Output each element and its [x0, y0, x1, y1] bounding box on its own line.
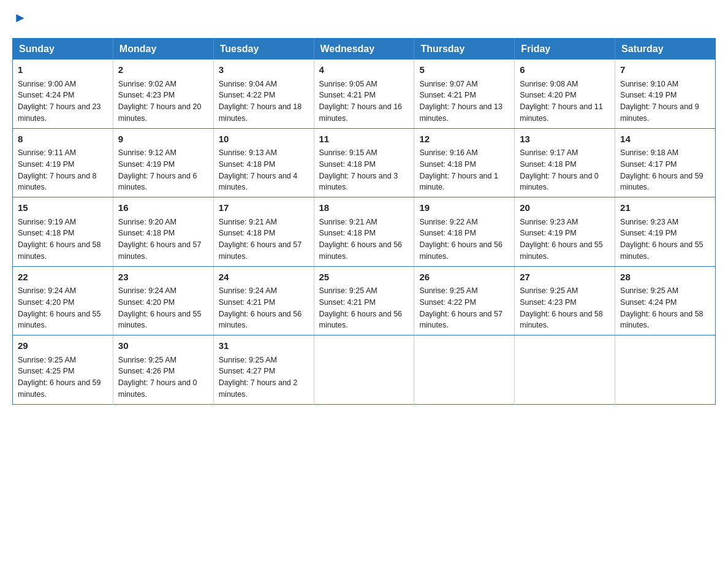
calendar-cell: 26 Sunrise: 9:25 AMSunset: 4:22 PMDaylig… [414, 266, 515, 335]
day-number: 14 [620, 132, 710, 147]
day-number: 13 [520, 132, 610, 147]
day-number: 2 [118, 63, 208, 77]
day-number: 7 [620, 63, 710, 77]
day-number: 11 [319, 132, 409, 147]
day-number: 21 [620, 201, 710, 215]
calendar-cell: 30 Sunrise: 9:25 AMSunset: 4:26 PMDaylig… [113, 335, 213, 405]
day-info: Sunrise: 9:00 AMSunset: 4:24 PMDaylight:… [18, 80, 101, 123]
day-info: Sunrise: 9:25 AMSunset: 4:27 PMDaylight:… [219, 356, 298, 399]
day-info: Sunrise: 9:24 AMSunset: 4:20 PMDaylight:… [18, 286, 101, 329]
calendar-cell: 24 Sunrise: 9:24 AMSunset: 4:21 PMDaylig… [213, 266, 314, 335]
calendar-cell: 18 Sunrise: 9:21 AMSunset: 4:18 PMDaylig… [314, 197, 414, 267]
day-info: Sunrise: 9:25 AMSunset: 4:23 PMDaylight:… [520, 286, 603, 329]
logo-arrow-icon: ► [13, 10, 27, 26]
day-info: Sunrise: 9:24 AMSunset: 4:21 PMDaylight:… [219, 286, 302, 329]
day-info: Sunrise: 9:23 AMSunset: 4:19 PMDaylight:… [620, 218, 703, 261]
day-info: Sunrise: 9:20 AMSunset: 4:18 PMDaylight:… [118, 218, 202, 261]
day-number: 3 [219, 63, 309, 77]
calendar-cell: 25 Sunrise: 9:25 AMSunset: 4:21 PMDaylig… [314, 266, 414, 335]
day-info: Sunrise: 9:10 AMSunset: 4:19 PMDaylight:… [620, 80, 699, 123]
day-info: Sunrise: 9:19 AMSunset: 4:18 PMDaylight:… [18, 218, 101, 261]
day-number: 18 [319, 201, 409, 215]
day-number: 30 [118, 339, 208, 353]
day-number: 8 [18, 132, 108, 147]
calendar-cell [615, 335, 716, 405]
day-number: 25 [319, 270, 409, 285]
day-number: 4 [319, 63, 409, 77]
day-number: 10 [219, 132, 309, 147]
day-info: Sunrise: 9:25 AMSunset: 4:25 PMDaylight:… [18, 356, 101, 399]
calendar-cell: 22 Sunrise: 9:24 AMSunset: 4:20 PMDaylig… [13, 266, 113, 335]
calendar-table: SundayMondayTuesdayWednesdayThursdayFrid… [12, 38, 716, 405]
day-info: Sunrise: 9:07 AMSunset: 4:21 PMDaylight:… [419, 80, 502, 123]
day-info: Sunrise: 9:11 AMSunset: 4:19 PMDaylight:… [18, 148, 97, 191]
calendar-week-row: 29 Sunrise: 9:25 AMSunset: 4:25 PMDaylig… [13, 335, 716, 405]
day-info: Sunrise: 9:17 AMSunset: 4:18 PMDaylight:… [520, 148, 599, 191]
day-number: 16 [118, 201, 208, 215]
day-number: 20 [520, 201, 610, 215]
day-info: Sunrise: 9:25 AMSunset: 4:21 PMDaylight:… [319, 286, 403, 329]
calendar-cell: 23 Sunrise: 9:24 AMSunset: 4:20 PMDaylig… [113, 266, 213, 335]
day-number: 12 [419, 132, 509, 147]
calendar-cell: 3 Sunrise: 9:04 AMSunset: 4:22 PMDayligh… [213, 59, 314, 128]
day-info: Sunrise: 9:22 AMSunset: 4:18 PMDaylight:… [419, 218, 502, 261]
day-number: 19 [419, 201, 509, 215]
day-info: Sunrise: 9:23 AMSunset: 4:19 PMDaylight:… [520, 218, 603, 261]
calendar-week-row: 22 Sunrise: 9:24 AMSunset: 4:20 PMDaylig… [13, 266, 716, 335]
day-info: Sunrise: 9:24 AMSunset: 4:20 PMDaylight:… [118, 286, 202, 329]
day-number: 26 [419, 270, 509, 285]
day-number: 6 [520, 63, 610, 77]
column-header-friday: Friday [515, 39, 615, 60]
column-header-tuesday: Tuesday [213, 39, 314, 60]
calendar-week-row: 15 Sunrise: 9:19 AMSunset: 4:18 PMDaylig… [13, 197, 716, 267]
day-info: Sunrise: 9:15 AMSunset: 4:18 PMDaylight:… [319, 148, 398, 191]
calendar-cell: 4 Sunrise: 9:05 AMSunset: 4:21 PMDayligh… [314, 59, 414, 128]
day-info: Sunrise: 9:04 AMSunset: 4:22 PMDaylight:… [219, 80, 302, 123]
day-info: Sunrise: 9:25 AMSunset: 4:26 PMDaylight:… [118, 356, 197, 399]
day-info: Sunrise: 9:13 AMSunset: 4:18 PMDaylight:… [219, 148, 298, 191]
day-number: 15 [18, 201, 108, 215]
day-number: 31 [219, 339, 309, 353]
calendar-cell: 15 Sunrise: 9:19 AMSunset: 4:18 PMDaylig… [13, 197, 113, 267]
day-number: 5 [419, 63, 509, 77]
calendar-cell: 8 Sunrise: 9:11 AMSunset: 4:19 PMDayligh… [13, 128, 113, 197]
logo: ► [12, 12, 27, 26]
day-info: Sunrise: 9:25 AMSunset: 4:22 PMDaylight:… [419, 286, 502, 329]
calendar-cell: 7 Sunrise: 9:10 AMSunset: 4:19 PMDayligh… [615, 59, 716, 128]
calendar-cell [515, 335, 615, 405]
calendar-week-row: 1 Sunrise: 9:00 AMSunset: 4:24 PMDayligh… [13, 59, 716, 128]
column-header-sunday: Sunday [13, 39, 113, 60]
column-header-monday: Monday [113, 39, 213, 60]
day-number: 23 [118, 270, 208, 285]
day-number: 9 [118, 132, 208, 147]
calendar-cell: 6 Sunrise: 9:08 AMSunset: 4:20 PMDayligh… [515, 59, 615, 128]
column-header-wednesday: Wednesday [314, 39, 414, 60]
calendar-cell: 12 Sunrise: 9:16 AMSunset: 4:18 PMDaylig… [414, 128, 515, 197]
calendar-cell: 17 Sunrise: 9:21 AMSunset: 4:18 PMDaylig… [213, 197, 314, 267]
calendar-cell: 27 Sunrise: 9:25 AMSunset: 4:23 PMDaylig… [515, 266, 615, 335]
day-number: 28 [620, 270, 710, 285]
calendar-cell: 21 Sunrise: 9:23 AMSunset: 4:19 PMDaylig… [615, 197, 716, 267]
day-info: Sunrise: 9:21 AMSunset: 4:18 PMDaylight:… [219, 218, 302, 261]
day-info: Sunrise: 9:02 AMSunset: 4:23 PMDaylight:… [118, 80, 202, 123]
day-number: 17 [219, 201, 309, 215]
day-info: Sunrise: 9:16 AMSunset: 4:18 PMDaylight:… [419, 148, 498, 191]
day-info: Sunrise: 9:25 AMSunset: 4:24 PMDaylight:… [620, 286, 703, 329]
calendar-cell: 11 Sunrise: 9:15 AMSunset: 4:18 PMDaylig… [314, 128, 414, 197]
day-info: Sunrise: 9:18 AMSunset: 4:17 PMDaylight:… [620, 148, 703, 191]
calendar-cell [314, 335, 414, 405]
day-number: 27 [520, 270, 610, 285]
calendar-week-row: 8 Sunrise: 9:11 AMSunset: 4:19 PMDayligh… [13, 128, 716, 197]
calendar-cell: 28 Sunrise: 9:25 AMSunset: 4:24 PMDaylig… [615, 266, 716, 335]
calendar-cell: 13 Sunrise: 9:17 AMSunset: 4:18 PMDaylig… [515, 128, 615, 197]
calendar-cell: 2 Sunrise: 9:02 AMSunset: 4:23 PMDayligh… [113, 59, 213, 128]
column-header-saturday: Saturday [615, 39, 716, 60]
calendar-cell: 1 Sunrise: 9:00 AMSunset: 4:24 PMDayligh… [13, 59, 113, 128]
calendar-header-row: SundayMondayTuesdayWednesdayThursdayFrid… [13, 39, 716, 60]
calendar-cell: 29 Sunrise: 9:25 AMSunset: 4:25 PMDaylig… [13, 335, 113, 405]
calendar-cell: 14 Sunrise: 9:18 AMSunset: 4:17 PMDaylig… [615, 128, 716, 197]
day-number: 1 [18, 63, 108, 77]
calendar-cell [414, 335, 515, 405]
calendar-cell: 31 Sunrise: 9:25 AMSunset: 4:27 PMDaylig… [213, 335, 314, 405]
day-info: Sunrise: 9:08 AMSunset: 4:20 PMDaylight:… [520, 80, 603, 123]
